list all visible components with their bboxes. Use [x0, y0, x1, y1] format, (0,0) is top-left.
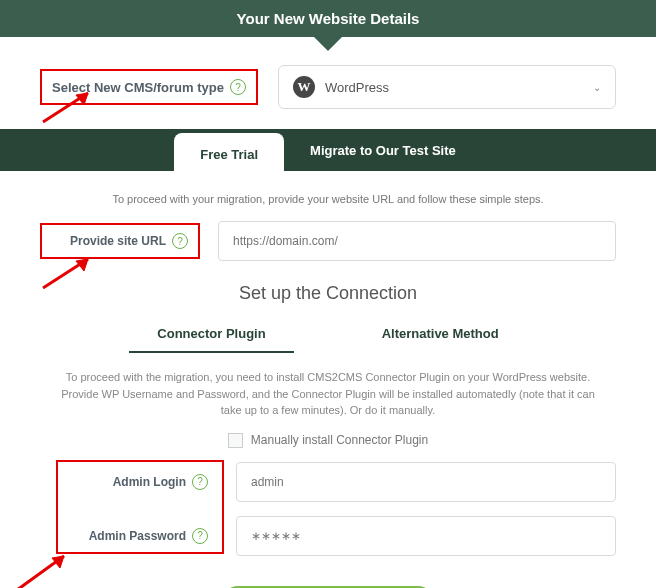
section-title: Set up the Connection [0, 275, 656, 318]
tabbar: Free Trial Migrate to Our Test Site [0, 129, 656, 171]
help-icon[interactable]: ? [230, 79, 246, 95]
admin-login-row: Admin Login ? [40, 462, 616, 516]
url-input[interactable] [218, 221, 616, 261]
subtab-connector[interactable]: Connector Plugin [129, 318, 293, 353]
subtab-label: Alternative Method [382, 326, 499, 341]
cms-dropdown[interactable]: W WordPress ⌄ [278, 65, 616, 109]
subtab-label: Connector Plugin [157, 326, 265, 341]
admin-password-label-text: Admin Password [89, 529, 186, 543]
header-banner: Your New Website Details [0, 0, 656, 37]
header-title: Your New Website Details [237, 10, 420, 27]
url-row: Provide site URL ? [0, 221, 656, 275]
cms-row: Select New CMS/forum type ? W WordPress … [0, 37, 656, 129]
admin-password-label: Admin Password ? [40, 520, 218, 552]
manual-install-label: Manually install Connector Plugin [251, 433, 428, 447]
chevron-down-icon: ⌄ [593, 82, 601, 93]
admin-login-label: Admin Login ? [40, 466, 218, 498]
subtab-alternative[interactable]: Alternative Method [354, 318, 527, 353]
admin-login-label-text: Admin Login [113, 475, 186, 489]
manual-install-checkbox[interactable] [228, 433, 243, 448]
instructions-text: To proceed with the migration, you need … [0, 353, 656, 433]
admin-login-input[interactable] [236, 462, 616, 502]
tab-label: Free Trial [200, 147, 258, 162]
tab-label: Migrate to Our Test Site [310, 143, 456, 158]
tab-free-trial[interactable]: Free Trial [174, 133, 284, 175]
help-icon[interactable]: ? [192, 528, 208, 544]
cms-selected: WordPress [325, 80, 389, 95]
tab-migrate-test[interactable]: Migrate to Our Test Site [284, 129, 482, 171]
cms-label-text: Select New CMS/forum type [52, 80, 224, 95]
url-label: Provide site URL ? [40, 223, 200, 259]
manual-install-row: Manually install Connector Plugin [0, 433, 656, 462]
cms-label: Select New CMS/forum type ? [40, 69, 258, 105]
subtabbar: Connector Plugin Alternative Method [0, 318, 656, 353]
svg-marker-3 [76, 259, 88, 271]
admin-password-row: Admin Password ? [40, 516, 616, 570]
admin-password-input[interactable] [236, 516, 616, 556]
intro-text: To proceed with your migration, provide … [0, 171, 656, 221]
url-label-text: Provide site URL [70, 234, 166, 248]
admin-block: Admin Login ? Admin Password ? [0, 462, 656, 570]
help-icon[interactable]: ? [192, 474, 208, 490]
wordpress-icon: W [293, 76, 315, 98]
help-icon[interactable]: ? [172, 233, 188, 249]
